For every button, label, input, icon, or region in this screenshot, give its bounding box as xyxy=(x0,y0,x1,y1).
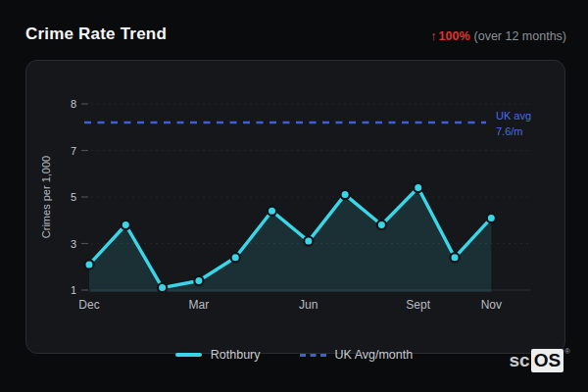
data-point[interactable] xyxy=(414,183,422,192)
registered-mark: ® xyxy=(564,348,570,356)
trend-caption: (over 12 months) xyxy=(474,29,566,43)
y-tick-label: 8 xyxy=(71,98,76,110)
data-point[interactable] xyxy=(268,207,276,216)
x-axis-label: Sept xyxy=(406,298,430,312)
ref-line-label-line2: 7.6/m xyxy=(496,125,523,137)
ref-line-label-line1: UK avg xyxy=(496,110,531,122)
x-axis-label: Dec xyxy=(78,298,99,312)
y-tick-label: 7 xyxy=(71,145,76,157)
data-point[interactable] xyxy=(158,283,167,292)
x-axis-label: Jun xyxy=(299,298,318,312)
crime-rate-dashboard: Crime Rate Trend ↑100%(over 12 months) 1… xyxy=(0,0,588,392)
page-title: Crime Rate Trend xyxy=(25,24,167,44)
y-tick-label: 5 xyxy=(71,191,76,203)
data-point[interactable] xyxy=(450,253,459,262)
trend-percent: 100% xyxy=(439,29,470,43)
data-point[interactable] xyxy=(84,260,93,269)
chart-legend: Rothbury UK Avg/month xyxy=(0,345,588,365)
series-layer xyxy=(84,183,496,292)
legend-item-rothbury[interactable]: Rothbury xyxy=(175,348,261,362)
solid-line-swatch-icon xyxy=(175,353,202,357)
area-fill xyxy=(89,188,491,293)
dashed-line-swatch-icon xyxy=(300,354,326,357)
logo-box: OS xyxy=(531,349,564,372)
data-point[interactable] xyxy=(231,253,240,262)
y-tick-label: 1 xyxy=(71,284,76,296)
data-point[interactable] xyxy=(194,276,203,285)
up-arrow-icon: ↑ xyxy=(430,29,436,43)
chart-card: 13578DecMarJunSeptNov Crimes per 1,000 U… xyxy=(25,60,565,354)
data-point[interactable] xyxy=(377,220,386,229)
scos-logo: sc OS ® xyxy=(510,348,571,372)
data-point[interactable] xyxy=(487,214,496,222)
x-axis-label: Mar xyxy=(189,298,210,312)
crime-trend-chart: 13578DecMarJunSeptNov Crimes per 1,000 U… xyxy=(26,61,566,355)
x-axis-label: Nov xyxy=(481,298,502,312)
y-axis-title: Crimes per 1,000 xyxy=(40,156,52,238)
data-point[interactable] xyxy=(341,190,350,199)
logo-prefix: sc xyxy=(510,351,530,369)
trend-stat: ↑100%(over 12 months) xyxy=(430,29,566,43)
data-point[interactable] xyxy=(304,237,313,246)
legend-item-uk-avg[interactable]: UK Avg/month xyxy=(300,348,414,362)
legend-label: Rothbury xyxy=(211,348,261,362)
y-tick-label: 3 xyxy=(71,238,76,250)
data-point[interactable] xyxy=(122,220,130,229)
legend-label: UK Avg/month xyxy=(335,348,414,362)
